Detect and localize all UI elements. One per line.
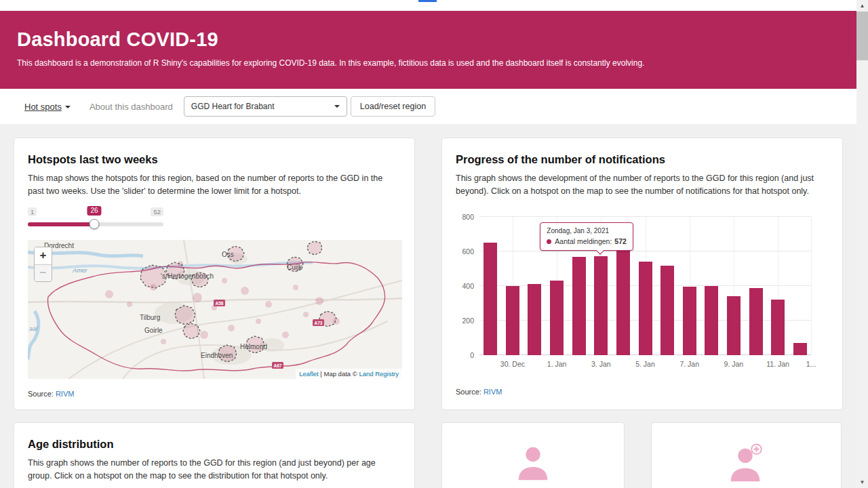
hotspots-card-title: Hotspots last two weeks [28, 153, 401, 166]
top-row: Hotspots last two weeks This map shows t… [14, 138, 843, 410]
bar-3-jan[interactable] [594, 256, 608, 355]
busy-indicator [418, 0, 437, 2]
nav-item-about[interactable]: About this dashboard [90, 102, 173, 112]
slider-min-label: 1 [28, 207, 37, 216]
page-subtitle: This dashboard is a demonstration of R S… [17, 58, 836, 68]
source-line: Source:RIVM [456, 388, 829, 396]
x-axis-label: 7. Jan [679, 360, 699, 368]
main-content: Hotspots last two weeks This map shows t… [0, 124, 856, 488]
series-marker-icon [547, 239, 551, 244]
bar-1-jan[interactable] [550, 281, 564, 354]
map-label-helmond: Helmond [240, 343, 267, 350]
nav-hotspots-label: Hot spots [24, 102, 62, 112]
notifications-card: Progress of the number of notifications … [441, 138, 843, 410]
tooltip-value-row: Aantal meldingen:572 [547, 237, 627, 245]
bar-29-dec[interactable] [484, 243, 497, 355]
bar-9-jan[interactable] [727, 296, 741, 355]
age-card-title: Age distribution [28, 438, 401, 451]
map-label-oss: Oss [222, 251, 234, 258]
value-box-reports [441, 422, 625, 488]
map-label-eindhoven: Eindhoven [201, 352, 233, 359]
y-axis-label: 600 [462, 247, 474, 256]
hotspot-threshold-slider[interactable]: 1 52 26 [28, 206, 163, 235]
road-badge-a58: A58 [216, 300, 224, 305]
page-title: Dashboard COVID-19 [17, 28, 836, 51]
bar-11-jan[interactable] [771, 300, 785, 355]
y-axis-label: 800 [462, 213, 474, 221]
bar-10-jan[interactable] [749, 288, 763, 354]
bar-12-jan[interactable] [793, 343, 807, 355]
y-axis-label: 200 [462, 317, 474, 325]
scrollbar[interactable]: ▲ ▼ [856, 0, 868, 488]
navbar: Hot spots About this dashboard GGD Heart… [0, 89, 856, 124]
caret-down-icon [334, 105, 340, 108]
slider-max-label: 52 [151, 207, 163, 216]
notifications-chart: Zondag, Jan 3, 2021 Aantal meldingen:572… [456, 207, 829, 377]
source-line: Source:RIVM [28, 390, 401, 398]
map-label-shertogenbosch: 's-Hertogenbosch [161, 272, 214, 280]
scrollbar-thumb[interactable] [856, 12, 868, 60]
x-gridline [811, 217, 812, 355]
map-zoom-control: + − [34, 247, 52, 282]
road-badge-a73: A73 [315, 320, 323, 325]
tooltip-value: 572 [614, 237, 627, 245]
notifications-card-description: This graph shows the development of the … [456, 172, 829, 198]
scrollbar-up-button[interactable]: ▲ [856, 0, 868, 12]
x-axis-label: 30. Dec [500, 360, 525, 368]
x-axis-label: 11. Jan [766, 360, 789, 368]
bar-6-jan[interactable] [660, 266, 674, 354]
nav-item-hotspots[interactable]: Hot spots [24, 102, 71, 112]
tooltip-pointer [597, 247, 604, 254]
map-label-tilburg: Tilburg [140, 314, 160, 321]
hotspots-card-description: This map shows the hotspots for this reg… [28, 172, 401, 198]
tooltip-date: Zondag, Jan 3, 2021 [547, 227, 627, 235]
road-badge-a67: A67 [274, 363, 282, 367]
notifications-card-title: Progress of the number of notifications [456, 153, 829, 166]
land-registry-link[interactable]: Land Registry [359, 370, 399, 378]
bar-31-dec[interactable] [528, 284, 541, 354]
bar-2-jan[interactable] [572, 257, 586, 354]
x-axis-label: 1. Jan [547, 360, 567, 368]
y-axis-label: 0 [470, 351, 474, 359]
source-label: Source: [456, 388, 481, 396]
map-label-amer: Amer [72, 267, 88, 274]
map-label-waal: aal [29, 325, 38, 332]
slider-handle[interactable] [90, 219, 100, 229]
bar-4-jan[interactable] [616, 250, 630, 354]
x-axis-label: 9. Jan [724, 360, 744, 368]
map-label-goirle: Goirle [144, 327, 163, 334]
x-axis-label: 3. Jan [591, 360, 611, 368]
value-box-medical [651, 422, 842, 488]
scrollbar-down-button[interactable]: ▼ [856, 476, 868, 488]
age-card-description: This graph shows the number of reports t… [28, 457, 401, 483]
bottom-row: Age distribution This graph shows the nu… [14, 422, 843, 488]
chart-tooltip: Zondag, Jan 3, 2021 Aantal meldingen:572 [540, 222, 633, 251]
zoom-out-button[interactable]: − [35, 264, 52, 281]
leaflet-link[interactable]: Leaflet [299, 370, 319, 378]
zoom-in-button[interactable]: + [35, 247, 52, 264]
hotspots-card: Hotspots last two weeks This map shows t… [14, 138, 415, 410]
region-select[interactable]: GGD Heart for Brabant [184, 96, 347, 117]
slider-value-badge: 26 [87, 206, 101, 216]
load-reset-region-button[interactable]: Load/reset region [351, 96, 435, 117]
header-banner: Dashboard COVID-19 This dashboard is a d… [0, 11, 856, 89]
rivm-link[interactable]: RIVM [56, 390, 75, 398]
bar-8-jan[interactable] [705, 286, 718, 355]
slider-fill [28, 222, 94, 226]
dashboard-page: Dashboard COVID-19 This dashboard is a d… [0, 0, 856, 488]
age-distribution-card: Age distribution This graph shows the nu… [14, 422, 415, 488]
map-label-cuijk: Cuijk [287, 264, 302, 271]
person-icon [512, 443, 554, 485]
region-select-value: GGD Heart for Brabant [191, 102, 275, 111]
rivm-link[interactable]: RIVM [484, 388, 502, 396]
chart-plot-area: Zondag, Jan 3, 2021 Aantal meldingen:572… [479, 217, 811, 355]
attribution-text: | Map data © [319, 370, 359, 378]
source-label: Source: [28, 390, 54, 398]
x-axis-label: 5. Jan [635, 360, 655, 368]
map-canvas[interactable]: Dordrecht Oss Cuijk 's-Hertogenbosch Til… [28, 240, 402, 379]
map-attribution: Leaflet | Map data © Land Registry [296, 369, 402, 379]
hotspots-map[interactable]: Dordrecht Oss Cuijk 's-Hertogenbosch Til… [28, 240, 402, 379]
bar-5-jan[interactable] [639, 262, 652, 355]
bar-7-jan[interactable] [683, 287, 696, 355]
bar-30-dec[interactable] [506, 286, 519, 355]
